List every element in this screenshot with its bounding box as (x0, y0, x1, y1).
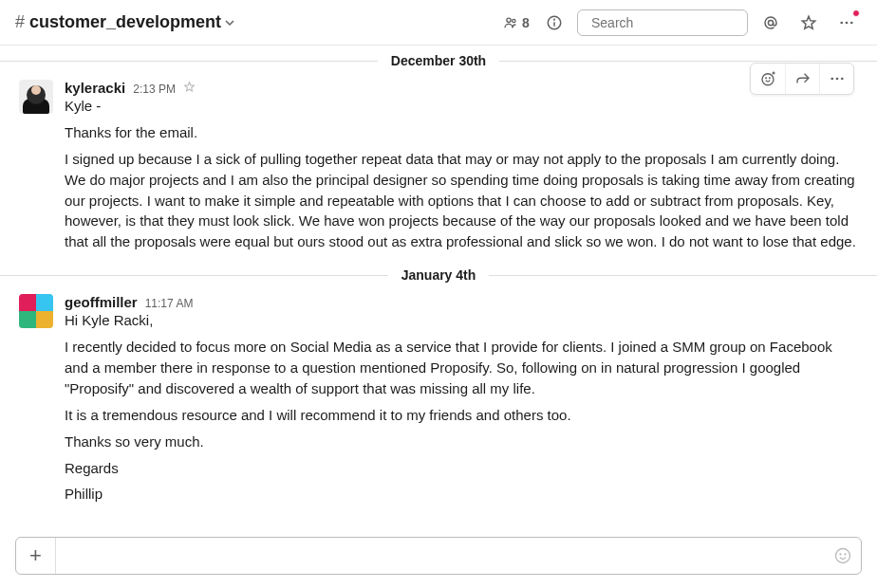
svg-point-11 (762, 74, 774, 85)
composer-box: + (15, 537, 862, 575)
composer: + (0, 529, 877, 588)
at-icon (762, 14, 779, 31)
mentions-button[interactable] (756, 8, 786, 38)
message-line: Hi Kyle Racki, (65, 310, 858, 331)
message: kyleracki 2:13 PM Kyle - Thanks for the … (0, 74, 877, 260)
message-line: Regards (65, 458, 858, 479)
message-input[interactable] (56, 548, 825, 564)
ellipsis-icon (829, 70, 846, 87)
share-message-button[interactable] (785, 64, 819, 94)
attach-button[interactable]: + (16, 538, 56, 574)
sender-name[interactable]: geoffmiller (65, 294, 138, 310)
message-time: 2:13 PM (133, 83, 176, 96)
members-count: 8 (522, 15, 530, 30)
message-line: Phillip (65, 484, 858, 505)
members-button[interactable]: 8 (501, 8, 532, 38)
svg-point-16 (830, 78, 833, 81)
svg-point-17 (835, 78, 838, 81)
date-label: December 30th (378, 51, 499, 70)
svg-point-1 (513, 19, 515, 22)
svg-point-10 (850, 21, 853, 24)
message-line: I signed up because I a sick of pulling … (65, 149, 858, 252)
sender-name[interactable]: kyleracki (65, 80, 125, 96)
ellipsis-icon (838, 14, 855, 31)
message-line: I recently decided to focus more on Soci… (65, 337, 858, 399)
svg-point-20 (840, 554, 841, 555)
star-icon (183, 81, 196, 93)
svg-point-21 (845, 554, 846, 555)
smile-icon (833, 546, 852, 565)
hash-icon: # (15, 12, 25, 32)
star-channel-button[interactable] (793, 8, 824, 38)
channel-name-text: customer_development (29, 12, 221, 32)
date-divider: January 4th (0, 266, 877, 285)
search-input[interactable] (591, 15, 757, 30)
svg-point-4 (554, 19, 555, 20)
notification-dot-icon (852, 9, 860, 17)
message: geoffmiller 11:17 AM Hi Kyle Racki, I re… (0, 288, 877, 512)
add-reaction-button[interactable] (751, 64, 785, 94)
svg-point-13 (770, 78, 771, 79)
smile-plus-icon (759, 70, 776, 87)
message-body: Kyle - Thanks for the email. I signed up… (65, 96, 858, 252)
more-actions-button[interactable] (831, 8, 862, 38)
message-list[interactable]: December 30th kyleracki 2:13 PM (0, 46, 877, 531)
search-box[interactable] (577, 9, 748, 36)
message-hover-actions (750, 63, 854, 95)
chevron-down-icon (225, 18, 234, 28)
people-icon (503, 15, 518, 30)
star-message-button[interactable] (183, 81, 196, 93)
plus-icon: + (29, 543, 42, 568)
svg-point-7 (768, 20, 773, 25)
channel-header: #customer_development 8 (0, 0, 877, 46)
svg-point-18 (840, 78, 843, 81)
date-label: January 4th (388, 266, 490, 285)
message-line: It is a tremendous resource and I will r… (65, 405, 858, 426)
date-divider: December 30th (0, 51, 877, 70)
info-icon (546, 14, 563, 31)
message-line: Kyle - (65, 96, 858, 117)
message-time: 11:17 AM (145, 297, 194, 310)
share-arrow-icon (794, 70, 812, 87)
message-body: Hi Kyle Racki, I recently decided to foc… (65, 310, 858, 505)
channel-name-button[interactable]: #customer_development (15, 12, 234, 32)
message-more-button[interactable] (819, 64, 853, 94)
message-line: Thanks for the email. (65, 122, 858, 143)
svg-point-8 (840, 21, 843, 24)
message-line: Thanks so very much. (65, 432, 858, 452)
emoji-picker-button[interactable] (825, 546, 861, 565)
star-icon (800, 14, 817, 31)
svg-point-19 (836, 549, 850, 563)
svg-point-9 (846, 21, 849, 24)
channel-info-button[interactable] (539, 8, 569, 38)
svg-point-12 (766, 78, 767, 79)
avatar[interactable] (19, 294, 53, 328)
avatar[interactable] (19, 80, 53, 114)
svg-point-0 (507, 18, 511, 22)
